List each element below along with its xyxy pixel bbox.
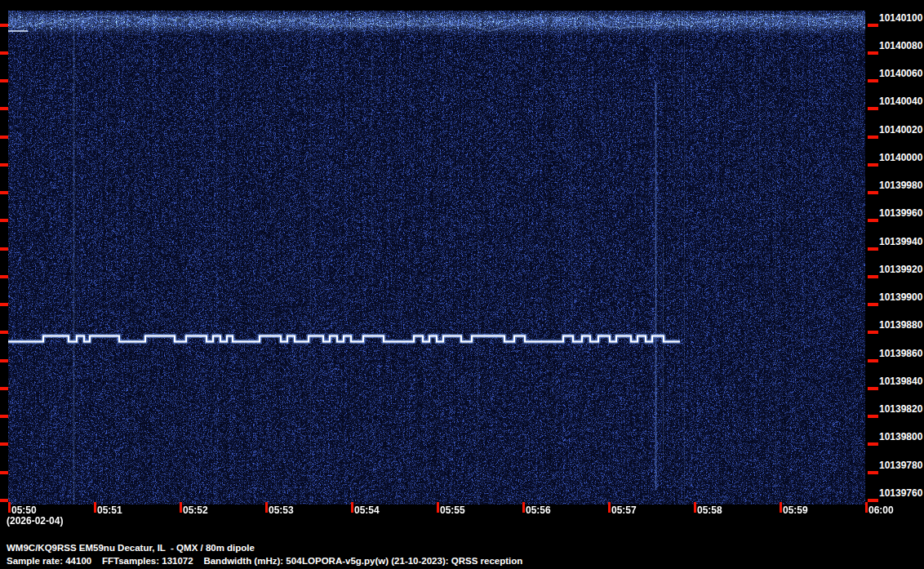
freq-tick-label: 10139900 bbox=[879, 291, 924, 303]
time-tick-label: 05:55 bbox=[440, 505, 465, 516]
freq-tick-label: 10140000 bbox=[879, 152, 924, 163]
freq-tick-right bbox=[868, 107, 878, 110]
freq-tick-left bbox=[0, 275, 8, 278]
freq-tick-label: 10139800 bbox=[879, 431, 924, 442]
freq-tick-right bbox=[868, 387, 878, 390]
freq-tick-right bbox=[868, 275, 878, 278]
time-tick-label: 06:00 bbox=[868, 505, 894, 516]
freq-tick-right bbox=[868, 136, 878, 139]
freq-tick-right bbox=[868, 191, 878, 194]
freq-tick-right bbox=[868, 247, 878, 251]
freq-tick-left bbox=[0, 499, 8, 502]
time-tick bbox=[8, 502, 11, 513]
freq-tick-label: 10139940 bbox=[879, 236, 924, 247]
freq-tick-left bbox=[0, 359, 8, 362]
freq-tick-label: 10139860 bbox=[879, 348, 924, 359]
freq-tick-label: 10139840 bbox=[879, 376, 924, 387]
freq-tick-right bbox=[868, 442, 878, 446]
time-tick bbox=[94, 502, 96, 513]
freq-tick-label: 10140060 bbox=[879, 68, 924, 79]
freq-tick-left bbox=[0, 163, 8, 167]
freq-tick-left bbox=[0, 51, 8, 55]
software-info-line: LOPORA-v5g.py(w) (21-10-2023): QRSS rece… bbox=[302, 556, 522, 566]
time-tick bbox=[265, 502, 268, 513]
freq-tick-left bbox=[0, 387, 8, 390]
time-tick-label: 05:53 bbox=[269, 505, 294, 516]
freq-tick-right bbox=[868, 499, 878, 502]
time-tick-label: 05:56 bbox=[526, 505, 551, 516]
time-tick bbox=[522, 502, 525, 513]
freq-tick-right bbox=[868, 24, 878, 27]
freq-tick-left bbox=[0, 247, 8, 251]
freq-tick-left bbox=[0, 331, 8, 334]
time-tick bbox=[351, 502, 353, 513]
freq-tick-right bbox=[868, 359, 878, 362]
freq-tick-label: 10140040 bbox=[879, 96, 924, 107]
time-tick-label: 05:58 bbox=[697, 505, 722, 516]
capture-params-line: Sample rate: 44100 FFTsamples: 131072 Ba… bbox=[7, 556, 302, 566]
time-tick-label: 05:51 bbox=[97, 505, 122, 516]
freq-tick-label: 10139760 bbox=[879, 487, 924, 499]
time-tick bbox=[780, 502, 782, 513]
freq-tick-right bbox=[868, 79, 878, 82]
time-tick bbox=[608, 502, 611, 513]
spectrogram-canvas bbox=[8, 11, 865, 505]
station-info-line: WM9C/KQ9RSS EM59nu Decatur, IL - QMX / 8… bbox=[7, 543, 255, 553]
freq-tick-label: 10140080 bbox=[879, 40, 924, 51]
freq-tick-left bbox=[0, 24, 8, 27]
time-tick-label: 05:50 bbox=[11, 505, 37, 516]
freq-tick-right bbox=[868, 219, 878, 222]
freq-tick-left bbox=[0, 219, 8, 222]
time-tick-label: 05:54 bbox=[354, 505, 380, 516]
freq-tick-label: 10139880 bbox=[879, 319, 924, 331]
freq-tick-label: 10139980 bbox=[879, 180, 924, 191]
freq-tick-right bbox=[868, 303, 878, 306]
freq-tick-left bbox=[0, 415, 8, 418]
freq-tick-left bbox=[0, 107, 8, 110]
freq-tick-left bbox=[0, 442, 8, 446]
freq-tick-label: 10139920 bbox=[879, 264, 924, 275]
freq-tick-right bbox=[868, 51, 878, 55]
freq-tick-left bbox=[0, 136, 8, 139]
time-tick bbox=[694, 502, 696, 513]
freq-tick-right bbox=[868, 163, 878, 167]
freq-tick-label: 10139820 bbox=[879, 403, 924, 415]
freq-tick-left bbox=[0, 191, 8, 194]
freq-tick-label: 10140100 bbox=[879, 12, 924, 24]
time-tick bbox=[180, 502, 182, 513]
time-tick-label: 05:52 bbox=[183, 505, 208, 516]
date-label: (2026-02-04) bbox=[7, 515, 63, 527]
time-tick-label: 05:59 bbox=[783, 505, 808, 516]
freq-tick-right bbox=[868, 471, 878, 474]
freq-tick-label: 10140020 bbox=[879, 124, 924, 136]
freq-tick-left bbox=[0, 471, 8, 474]
freq-tick-left bbox=[0, 303, 8, 306]
time-tick bbox=[865, 502, 868, 513]
freq-tick-right bbox=[868, 415, 878, 418]
freq-tick-right bbox=[868, 331, 878, 334]
freq-tick-label: 10139780 bbox=[879, 460, 924, 471]
qrss-grabber-screen: 1014010010140080101400601014004010140020… bbox=[0, 0, 924, 569]
time-tick bbox=[437, 502, 439, 513]
freq-tick-left bbox=[0, 79, 8, 82]
freq-tick-label: 10139960 bbox=[879, 207, 924, 219]
time-tick-label: 05:57 bbox=[611, 505, 637, 516]
